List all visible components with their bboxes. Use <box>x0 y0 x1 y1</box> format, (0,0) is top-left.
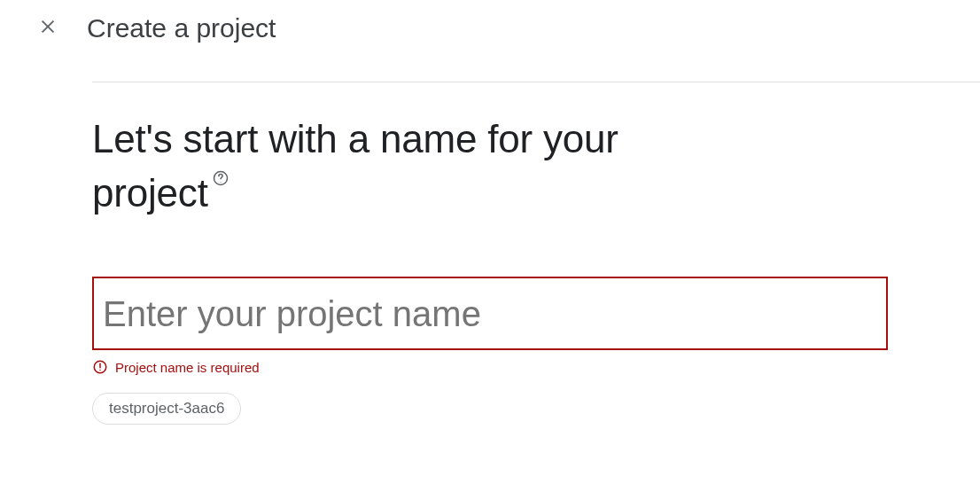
project-id-text: testproject-3aac6 <box>109 400 224 418</box>
close-icon <box>38 17 58 40</box>
svg-point-6 <box>99 370 101 371</box>
project-id-chip: testproject-3aac6 <box>92 393 241 425</box>
project-name-input[interactable] <box>92 277 888 350</box>
close-button[interactable] <box>27 7 69 50</box>
page-title: Create a project <box>87 13 276 43</box>
error-icon <box>92 359 108 375</box>
svg-point-3 <box>220 182 221 183</box>
error-row: Project name is required <box>92 359 888 375</box>
content-area: Let's start with a name for your project… <box>92 82 980 425</box>
error-message: Project name is required <box>115 360 260 375</box>
header-row: Create a project <box>0 0 980 50</box>
heading-wrap: Let's start with a name for your project <box>92 113 642 220</box>
heading-text: Let's start with a name for your project <box>92 117 618 215</box>
help-icon[interactable] <box>212 169 229 187</box>
main-heading: Let's start with a name for your project <box>92 113 642 220</box>
input-block: Project name is required testproject-3aa… <box>92 277 888 425</box>
